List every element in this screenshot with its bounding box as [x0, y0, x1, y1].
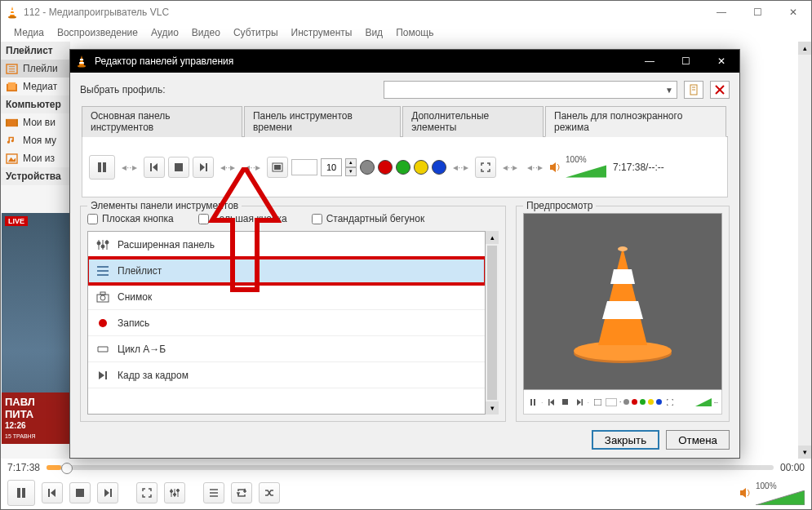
tab-extra[interactable]: Дополнительные элементы — [402, 106, 544, 137]
shuffle-button[interactable] — [259, 482, 280, 503]
preview-spin-value[interactable]: 10 — [321, 158, 342, 176]
dialog-close-button[interactable]: Закрыть — [592, 430, 659, 450]
menu-help[interactable]: Помощь — [391, 25, 438, 40]
vlc-cone-large-icon — [570, 241, 676, 363]
color-blue[interactable] — [432, 160, 446, 175]
next-button[interactable] — [97, 482, 118, 503]
dialog-close[interactable]: ✕ — [703, 50, 739, 73]
menu-video[interactable]: Видео — [187, 25, 225, 40]
svg-marker-11 — [8, 157, 16, 162]
elements-groupbox: Элементы панели инструментов Плоская кно… — [80, 206, 506, 422]
minimize-button[interactable]: — — [703, 1, 739, 24]
tab-time-toolbar[interactable]: Панель инструментов времени — [244, 106, 401, 137]
sidebar-item-music[interactable]: Моя му — [1, 131, 70, 149]
element-record[interactable]: Запись — [88, 310, 485, 336]
seek-track[interactable] — [47, 465, 774, 470]
color-gray[interactable] — [360, 160, 375, 175]
scroll-up[interactable]: ▴ — [798, 42, 811, 55]
ab-loop-icon — [96, 344, 109, 355]
mini-fullscreen[interactable] — [664, 397, 676, 408]
sidebar-item-pictures[interactable]: Мои из — [1, 149, 70, 167]
volume-slider[interactable] — [756, 490, 805, 505]
stop-button[interactable] — [69, 482, 91, 503]
profile-select[interactable]: ▼ — [384, 81, 677, 99]
tab-fullscreen[interactable]: Панель для полноэкранного режима — [545, 106, 726, 137]
preview-next[interactable] — [193, 157, 214, 178]
scroll-down[interactable]: ▾ — [798, 446, 811, 459]
speaker-icon[interactable] — [739, 487, 752, 499]
timeline[interactable]: 7:17:38 00:00 — [1, 459, 811, 477]
svg-marker-45 — [200, 163, 205, 171]
preview-prev[interactable] — [144, 157, 165, 178]
maximize-button[interactable]: ☐ — [739, 1, 775, 24]
pause-button[interactable] — [7, 480, 35, 506]
menu-tools[interactable]: Инструменты — [286, 25, 357, 40]
loop-button[interactable] — [231, 482, 252, 503]
preview-slider[interactable] — [291, 159, 317, 175]
svg-point-62 — [99, 319, 107, 327]
mini-next[interactable] — [574, 397, 585, 408]
sidebar-head-computer: Компьютер — [1, 95, 70, 113]
check-flat-button[interactable]: Плоская кнопка — [87, 213, 174, 224]
element-playlist[interactable]: Плейлист — [88, 258, 485, 284]
svg-rect-13 — [22, 488, 25, 498]
tab-main-toolbar[interactable]: Основная панель инструментов — [82, 106, 242, 137]
elements-list[interactable]: Расширенная панель Плейлист Снимок — [87, 231, 486, 415]
svg-rect-40 — [103, 162, 106, 172]
svg-rect-73 — [581, 399, 583, 406]
elements-group-label: Элементы панели инструментов — [87, 200, 242, 211]
element-advanced-panel[interactable]: Расширенная панель — [88, 232, 485, 258]
dialog-minimize[interactable]: — — [632, 50, 668, 73]
sidebar-item-playlist[interactable]: Плейли — [1, 60, 70, 78]
mini-prev[interactable] — [546, 397, 557, 408]
color-red[interactable] — [378, 160, 393, 175]
svg-rect-8 — [6, 118, 7, 126]
mini-pause[interactable] — [527, 397, 539, 408]
dialog-maximize[interactable]: ☐ — [668, 50, 703, 73]
color-green[interactable] — [396, 160, 410, 175]
sidebar-item-media[interactable]: Медиат — [1, 78, 70, 95]
menu-subtitles[interactable]: Субтитры — [229, 25, 283, 40]
list-scroll-thumb[interactable] — [487, 246, 497, 400]
close-button[interactable]: ✕ — [775, 1, 811, 24]
time-current: 7:17:38 — [7, 462, 40, 473]
profile-label: Выбрать профиль: — [80, 84, 166, 95]
preview-toggle-video[interactable] — [267, 157, 288, 178]
element-frame-by-frame[interactable]: Кадр за кадром — [88, 362, 485, 388]
dialog-title: Редактор панелей управления — [95, 55, 233, 67]
check-big-button[interactable]: Большая кнопка — [198, 213, 287, 224]
mini-stop[interactable] — [560, 397, 571, 408]
preview-stop[interactable] — [168, 157, 189, 178]
mini-volume[interactable] — [695, 398, 712, 406]
fullscreen-button[interactable] — [136, 482, 158, 503]
mini-tv[interactable] — [592, 397, 603, 408]
preview-volume-slider[interactable] — [566, 164, 606, 179]
new-profile-button[interactable] — [684, 81, 703, 99]
prev-button[interactable] — [42, 482, 63, 503]
svg-marker-29 — [244, 490, 246, 491]
time-total: 00:00 — [780, 462, 805, 473]
svg-point-61 — [100, 295, 105, 300]
playlist-button[interactable] — [203, 482, 224, 503]
color-yellow[interactable] — [414, 160, 428, 175]
film-icon — [6, 118, 18, 128]
list-scroll-up[interactable]: ▴ — [486, 231, 499, 244]
menu-audio[interactable]: Аудио — [146, 25, 184, 40]
delete-profile-button[interactable] — [710, 81, 730, 99]
preview-fullscreen[interactable] — [475, 157, 496, 178]
preview-pause[interactable] — [89, 155, 115, 180]
sidebar-item-videos[interactable]: Мои ви — [1, 113, 70, 131]
ext-settings-button[interactable] — [164, 482, 185, 503]
svg-marker-18 — [104, 489, 109, 497]
element-snapshot[interactable]: Снимок — [88, 284, 485, 310]
sidebar-head-devices: Устройства — [1, 167, 70, 185]
menu-media[interactable]: Медиа — [9, 25, 49, 40]
check-std-slider[interactable]: Стандартный бегунок — [312, 213, 425, 224]
preview-spinner[interactable]: ▴▾ — [345, 158, 357, 176]
list-scroll-down[interactable]: ▾ — [486, 401, 499, 415]
menu-view[interactable]: Вид — [360, 25, 388, 40]
element-ab-loop[interactable]: Цикл А→Б — [88, 336, 485, 362]
svg-rect-60 — [100, 292, 105, 295]
dialog-cancel-button[interactable]: Отмена — [666, 430, 730, 450]
menu-playback[interactable]: Воспроизведение — [52, 25, 143, 40]
